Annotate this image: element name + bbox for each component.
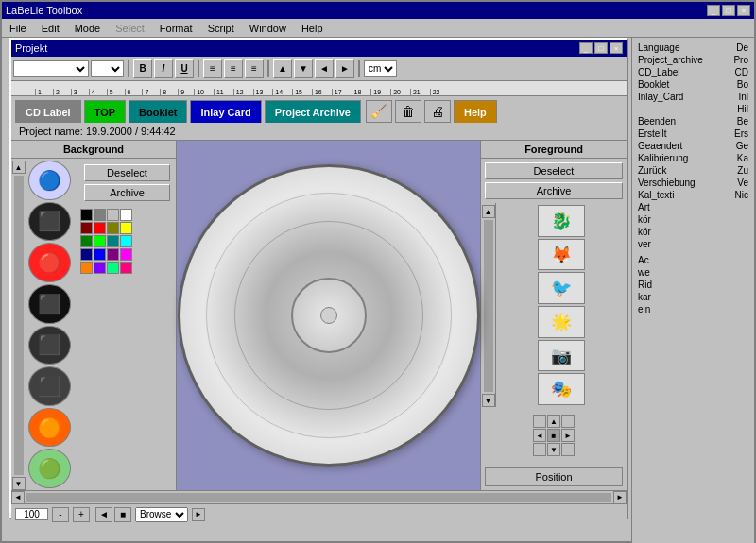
palette-yellow[interactable] [120,222,132,234]
align-center-btn[interactable]: ≡ [224,59,243,78]
rt-0[interactable]: 🐉 [538,205,585,237]
italic-btn[interactable]: I [154,59,173,78]
ruler-tick: 1 [35,89,42,95]
palette-mint[interactable] [107,262,119,274]
palette-olive[interactable] [107,222,119,234]
palette-magenta[interactable] [120,248,132,261]
position-btn[interactable]: Position [485,467,623,486]
unit-select[interactable]: cm [364,60,397,77]
minimize-btn[interactable]: _ [707,5,720,16]
palette-pink[interactable] [120,262,132,274]
thumb-5[interactable]: ⬛ [28,366,71,406]
thumb-0[interactable]: 🔵 [28,161,71,200]
palette-lime[interactable] [94,235,106,247]
thumb-2[interactable]: 🔴 [28,243,71,282]
font-family-select[interactable] [13,60,89,77]
palette-purple[interactable] [107,248,119,261]
menu-file[interactable]: File [6,22,30,35]
palette-cyan[interactable] [120,235,132,247]
rt-3[interactable]: 🌟 [538,306,585,338]
scroll-down-btn[interactable]: ▼ [12,477,26,490]
prev-btn[interactable]: ◄ [95,507,112,522]
h-scroll-left-btn[interactable]: ◄ [11,491,25,504]
tab-booklet[interactable]: Booklet [129,100,187,123]
nav-se[interactable] [561,443,575,456]
project-minimize-btn[interactable]: _ [579,42,593,54]
left-btn[interactable]: ◄ [315,59,334,78]
menu-help[interactable]: Help [298,22,327,35]
maximize-btn[interactable]: □ [722,5,735,16]
right-scroll-down-btn[interactable]: ▼ [482,394,495,407]
nav-ne[interactable] [561,415,575,428]
underline-btn[interactable]: U [175,59,194,78]
h-scroll-right-btn[interactable]: ► [613,491,627,504]
menu-format[interactable]: Format [156,22,197,35]
scroll-up-btn[interactable]: ▲ [12,161,26,174]
project-maximize-btn[interactable]: □ [594,42,608,54]
tab-top[interactable]: TOP [84,100,126,123]
browse-select[interactable]: Browse [135,507,188,522]
project-name-text: Project name: 19.9.2000 / 9:44:42 [19,126,176,137]
menu-script[interactable]: Script [204,22,238,35]
palette-red[interactable] [94,222,106,234]
palette-gray[interactable] [94,209,106,221]
up-btn[interactable]: ▲ [273,59,292,78]
tab-cd-label[interactable]: CD Label [15,100,81,123]
palette-violet[interactable] [94,262,106,274]
right-scroll-up-btn[interactable]: ▲ [482,205,495,218]
palette-navy[interactable] [80,248,93,261]
delete-icon-btn[interactable]: 🗑 [395,100,421,123]
font-size-select[interactable] [91,60,124,77]
palette-silver[interactable] [107,209,119,221]
fg-archive-btn[interactable]: Archive [485,182,623,199]
bg-deselect-btn[interactable]: Deselect [84,164,170,181]
down-btn[interactable]: ▼ [294,59,313,78]
thumb-1[interactable]: ⬛ [28,202,71,242]
zoom-in-btn[interactable]: + [73,507,90,522]
tab-help[interactable]: Help [454,100,497,123]
browse-scroll-btn[interactable]: ► [192,508,205,521]
palette-black[interactable] [80,209,93,221]
thumb-7[interactable]: 🟢 [28,449,71,488]
thumb-4[interactable]: ⬛ [28,326,71,365]
h-scroll-track [26,493,611,502]
project-close-btn[interactable]: × [610,42,623,54]
zoom-out-btn[interactable]: - [52,507,69,522]
nav-w[interactable]: ◄ [533,429,546,442]
nav-sw[interactable] [533,443,546,456]
menu-select[interactable]: Select [112,22,148,35]
align-right-btn[interactable]: ≡ [245,59,264,78]
rt-1[interactable]: 🦊 [538,239,585,271]
tab-inlay-card[interactable]: Inlay Card [190,100,261,123]
print-icon-btn[interactable]: 🖨 [424,100,451,123]
next-btn[interactable]: ■ [114,507,131,522]
palette-maroon[interactable] [80,222,93,234]
fg-deselect-btn[interactable]: Deselect [485,162,623,179]
nav-n[interactable]: ▲ [547,415,560,428]
tab-project-archive[interactable]: Project Archive [265,100,361,123]
bold-btn[interactable]: B [133,59,152,78]
thumb-3[interactable]: ⬛ [28,284,71,324]
palette-blue[interactable] [94,248,106,261]
nav-s[interactable]: ▼ [547,443,560,456]
menu-mode[interactable]: Mode [71,22,105,35]
palette-white[interactable] [120,209,132,221]
bg-archive-btn[interactable]: Archive [84,184,170,201]
menu-edit[interactable]: Edit [38,22,63,35]
right-btn[interactable]: ► [335,59,354,78]
palette-green[interactable] [80,235,93,247]
palette-teal[interactable] [107,235,119,247]
menu-window[interactable]: Window [246,22,290,35]
nav-e[interactable]: ► [561,429,575,442]
rt-2[interactable]: 🐦 [538,272,585,304]
nav-nw[interactable] [533,415,546,428]
align-left-btn[interactable]: ≡ [203,59,222,78]
close-btn[interactable]: × [737,5,750,16]
eraser-icon-btn[interactable]: 🧹 [366,100,392,123]
zoom-input[interactable] [15,508,48,520]
rt-4[interactable]: 📷 [538,340,585,372]
thumb-6[interactable]: 🟠 [28,408,71,448]
rt-5[interactable]: 🎭 [538,373,585,405]
nav-center[interactable]: ■ [547,429,560,442]
palette-orange[interactable] [80,262,93,274]
